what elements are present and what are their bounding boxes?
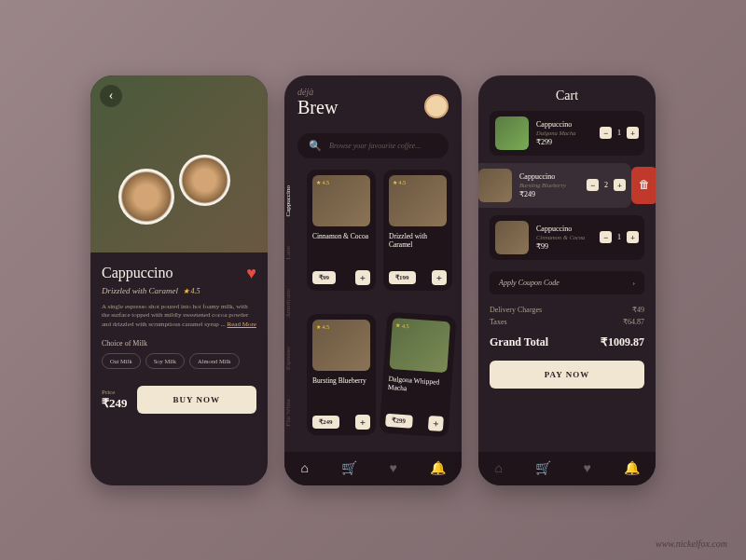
chevron-right-icon: › [632,279,635,287]
heart-icon[interactable]: ♥ [583,461,590,476]
qty-value: 1 [615,233,623,241]
price-label: Price [102,389,128,396]
category-tab[interactable]: Cappuccino [284,185,303,216]
milk-option[interactable]: Soy Milk [145,353,185,369]
cart-item-image [495,221,529,254]
cart-item-price: ₹99 [536,242,592,251]
rating-badge: ★ 4.5 [393,179,406,185]
add-button[interactable]: + [428,415,444,430]
cart-item-variant: Bursting Blueberry [519,182,579,188]
cart-item[interactable]: Cappuccino Bursting Blueberry ₹249 −2+ [478,163,631,208]
cart-item-name: Cappuccino [536,225,592,233]
total-value: ₹1009.87 [601,335,644,349]
qty-plus[interactable]: + [627,231,639,243]
cart-item-name: Cappuccino [519,172,579,181]
delete-button[interactable]: 🗑 [631,167,656,204]
product-subtitle: Drizzled with Caramel [102,286,178,295]
search-input[interactable]: 🔍 Browse your favourite coffee... [297,133,449,158]
product-card[interactable]: ★ 4.5 Drizzled with Caramel ₹199+ [383,170,452,291]
card-price: ₹199 [389,271,416,284]
bottom-nav: ⌂ 🛒 ♥ 🔔 [284,452,462,485]
bell-icon[interactable]: 🔔 [430,460,446,476]
cart-icon[interactable]: 🛒 [341,460,357,476]
bell-icon[interactable]: 🔔 [624,460,640,476]
product-description: A single espresso shot poured into hot f… [102,303,256,330]
qty-minus[interactable]: − [587,179,599,191]
category-tab[interactable]: Espresso [284,347,303,370]
cart-item[interactable]: Cappuccino Cinnamon & Cocoa ₹99 −1+ [490,215,644,260]
profile-avatar[interactable] [424,94,449,118]
card-price: ₹299 [385,413,412,428]
qty-minus[interactable]: − [600,231,612,243]
qty-plus[interactable]: + [614,179,626,191]
cart-item-variant: Cinnamon & Cocoa [536,234,592,240]
product-price: ₹249 [102,396,128,411]
buy-now-button[interactable]: BUY NOW [137,386,257,414]
bottom-nav: ⌂ 🛒 ♥ 🔔 [478,452,656,485]
home-screen: déjà Brew 🔍 Browse your favourite coffee… [284,75,462,485]
credit-text: www.nickelfox.com [656,539,727,549]
search-placeholder: Browse your favourite coffee... [329,142,421,150]
qty-minus[interactable]: − [600,127,612,139]
pay-now-button[interactable]: PAY NOW [490,361,644,389]
card-price: ₹99 [312,271,336,284]
milk-option[interactable]: Almond Milk [189,353,240,369]
qty-value: 2 [602,181,610,189]
tax-value: ₹64.87 [623,318,644,326]
cart-icon[interactable]: 🛒 [535,460,551,476]
cart-title: Cart [478,75,656,111]
card-title: Dalgona Whipped Macha [388,374,447,394]
cart-item[interactable]: Cappuccino Dalgona Macha ₹299 −1+ [490,111,644,156]
product-card[interactable]: ★ 4.5 Bursting Blueberry ₹249+ [307,314,376,435]
delivery-label: Delivery Charges [490,306,542,314]
product-hero-image: ‹ [90,75,268,253]
total-label: Grand Total [490,335,548,349]
search-icon: 🔍 [309,140,322,152]
cart-item-name: Cappuccino [536,120,592,129]
card-title: Cinnamon & Cocoa [312,232,370,240]
product-title: Cappuccino [102,265,173,281]
product-card[interactable]: ★ 4.5 Cinnamon & Cocoa ₹99+ [307,170,376,291]
milk-option[interactable]: Oat Milk [102,353,141,369]
cart-item-price: ₹299 [536,138,592,146]
add-button[interactable]: + [432,270,447,285]
read-more-link[interactable]: Read More [228,321,256,328]
favorite-button[interactable]: ♥ [246,264,256,283]
brand-large: Brew [297,97,338,118]
tax-label: Taxes [490,318,507,326]
star-icon: ★ 4.5 [183,287,200,295]
category-tab[interactable]: Latte [284,246,303,259]
rating-badge: ★ 4.5 [395,321,408,329]
add-button[interactable]: + [355,270,370,285]
product-card[interactable]: ★ 4.5 Dalgona Whipped Macha ₹299+ [380,311,457,437]
heart-icon[interactable]: ♥ [389,461,396,476]
cart-item-image [478,169,512,202]
rating-badge: ★ 4.5 [316,323,329,330]
home-icon[interactable]: ⌂ [300,461,308,476]
cart-item-price: ₹249 [519,190,579,198]
coupon-input[interactable]: Apply Coupon Code› [490,271,644,294]
product-detail-screen: ‹ Cappuccino ♥ Drizzled with Caramel ★ 4… [90,75,268,485]
back-button[interactable]: ‹ [100,85,122,107]
category-tab[interactable]: Americano [284,289,303,318]
cart-item-variant: Dalgona Macha [536,130,592,136]
cart-item-image [495,116,529,150]
add-button[interactable]: + [355,415,370,430]
qty-value: 1 [615,129,623,137]
home-icon[interactable]: ⌂ [494,461,502,476]
cart-screen: Cart Cappuccino Dalgona Macha ₹299 −1+ C… [478,75,656,485]
category-tab[interactable]: Flat White [284,399,303,427]
rating-badge: ★ 4.5 [316,179,329,185]
milk-label: Choice of Milk [102,339,256,348]
qty-plus[interactable]: + [627,127,639,139]
brand-small: déjà [297,87,338,97]
card-price: ₹249 [312,416,339,429]
card-title: Bursting Blueberry [312,376,370,385]
card-title: Drizzled with Caramel [389,232,447,249]
delivery-value: ₹49 [632,306,644,314]
